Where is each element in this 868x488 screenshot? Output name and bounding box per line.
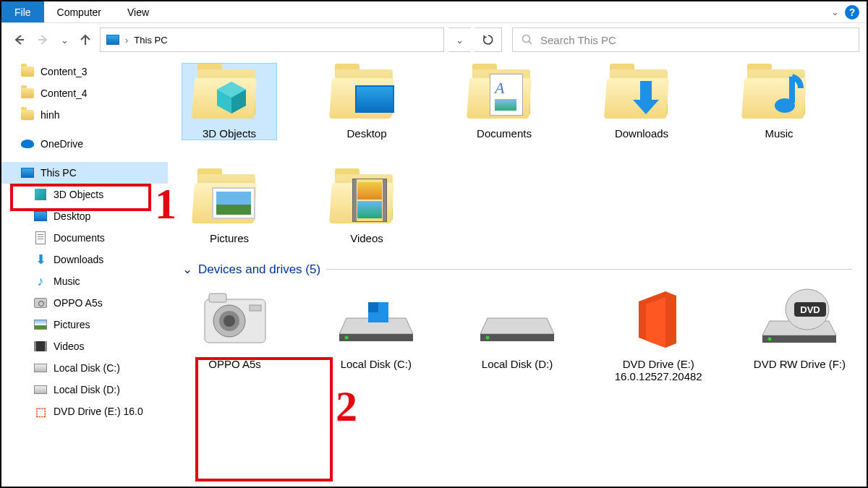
menu-view[interactable]: View — [114, 1, 162, 22]
disk-icon — [336, 287, 416, 352]
chevron-down-icon: ⌄ — [182, 262, 192, 277]
folders-grid: 3D Objects Desktop A Documents — [182, 64, 852, 244]
nav-forward-button[interactable] — [33, 30, 54, 50]
svg-marker-23 — [480, 334, 554, 341]
folder-tile-documents[interactable]: A Documents — [457, 64, 551, 140]
nav-up-button[interactable] — [75, 30, 95, 50]
divider — [326, 269, 852, 270]
arrow-right-icon — [36, 33, 51, 47]
sidebar-item-videos[interactable]: Videos — [1, 335, 168, 357]
drive-tile-dvd-drive-e[interactable]: DVD Drive (E:) 16.0.12527.20482 — [606, 287, 711, 382]
document-icon — [35, 231, 46, 244]
sidebar-item-label: hinh — [41, 109, 59, 121]
folder-tile-3d-objects[interactable]: 3D Objects — [182, 64, 276, 140]
sidebar-item-label: Music — [54, 275, 80, 287]
address-bar[interactable]: › This PC — [100, 27, 444, 52]
section-devices-header[interactable]: ⌄ Devices and drives (5) — [182, 262, 852, 277]
monitor-icon — [34, 211, 47, 221]
sidebar-item-content-3[interactable]: Content_3 — [1, 61, 168, 82]
folder-tile-pictures[interactable]: Pictures — [182, 168, 276, 244]
sidebar-item-label: Downloads — [54, 254, 103, 265]
nav-recent-button[interactable]: ⌄ — [58, 30, 71, 50]
monitor-icon — [21, 168, 34, 178]
svg-text:DVD: DVD — [801, 304, 820, 315]
drive-label: DVD RW Drive (F:) — [754, 358, 846, 370]
folder-tile-videos[interactable]: Videos — [320, 168, 414, 244]
sidebar-item-content-4[interactable]: Content_4 — [1, 82, 168, 104]
svg-marker-26 — [762, 335, 836, 343]
menu-file[interactable]: File — [1, 1, 44, 22]
address-dropdown-button[interactable]: ⌄ — [448, 27, 470, 52]
monitor-icon — [355, 85, 394, 113]
cube-icon — [213, 80, 250, 116]
svg-rect-8 — [640, 81, 652, 100]
sidebar-item-3d-objects[interactable]: 3D Objects — [1, 184, 168, 205]
music-icon: ♪ — [33, 275, 48, 288]
svg-marker-9 — [633, 100, 659, 114]
arrow-left-icon — [12, 33, 26, 47]
sidebar-item-local-disk-c[interactable]: Local Disk (C:) — [1, 357, 168, 379]
sidebar-item-documents[interactable]: Documents — [1, 227, 168, 249]
sidebar-item-desktop[interactable]: Desktop — [1, 205, 168, 227]
cloud-icon — [21, 140, 34, 148]
sidebar-item-oppo-a5s[interactable]: OPPO A5s — [1, 292, 168, 314]
sidebar-item-dvd-drive-e[interactable]: ⬚DVD Drive (E:) 16.0 — [1, 401, 168, 422]
sidebar-item-downloads[interactable]: ⬇Downloads — [1, 249, 168, 270]
folder-tile-downloads[interactable]: Downloads — [595, 64, 689, 140]
sidebar-item-this-pc[interactable]: This PC — [1, 162, 168, 184]
folder-large-icon — [331, 168, 403, 226]
folder-large-icon — [331, 64, 403, 121]
svg-rect-20 — [368, 302, 378, 312]
search-placeholder: Search This PC — [540, 34, 616, 46]
content-pane[interactable]: 3D Objects Desktop A Documents — [168, 56, 867, 487]
folder-large-icon — [743, 64, 815, 121]
sidebar-item-onedrive[interactable]: OneDrive — [1, 133, 168, 155]
sidebar-item-label: Content_3 — [41, 66, 88, 77]
refresh-icon — [482, 33, 495, 46]
sidebar-item-label: Pictures — [54, 319, 90, 330]
refresh-button[interactable] — [475, 27, 502, 52]
disk-icon — [477, 287, 557, 352]
office-icon: ⬚ — [33, 405, 48, 418]
drive-tile-local-disk-c[interactable]: Local Disk (C:) — [323, 287, 428, 382]
nav-back-button[interactable] — [9, 30, 29, 50]
folder-tile-desktop[interactable]: Desktop — [320, 64, 414, 140]
folder-tile-music[interactable]: Music — [732, 64, 826, 140]
svg-line-4 — [529, 41, 532, 44]
svg-point-31 — [768, 338, 772, 341]
dvd-drive-icon: DVD — [760, 287, 839, 352]
drive-label: Local Disk (C:) — [341, 358, 412, 370]
breadcrumb-location[interactable]: This PC — [134, 35, 167, 46]
drive-tile-dvd-rw-drive-f[interactable]: DVD DVD RW Drive (F:) — [747, 287, 852, 382]
help-icon[interactable]: ? — [845, 5, 859, 20]
drive-tile-local-disk-d[interactable]: Local Disk (D:) — [464, 287, 569, 382]
sidebar-item-label: DVD Drive (E:) 16.0 — [54, 406, 143, 417]
sidebar-item-hinh[interactable]: hinh — [1, 104, 168, 126]
monitor-icon — [106, 35, 119, 45]
sidebar-item-label: 3D Objects — [54, 189, 103, 200]
folder-large-icon — [605, 64, 678, 121]
menu-computer[interactable]: Computer — [44, 1, 114, 22]
svg-point-24 — [486, 336, 490, 340]
sidebar-item-music[interactable]: ♪Music — [1, 270, 168, 292]
folder-icon — [21, 110, 34, 120]
drive-tile-oppo-a5s[interactable]: OPPO A5s — [182, 287, 287, 382]
sidebar-item-label: This PC — [41, 167, 77, 179]
folder-label: 3D Objects — [203, 127, 256, 140]
folder-label: Pictures — [210, 232, 249, 244]
camera-icon — [34, 298, 47, 308]
download-icon: ⬇ — [33, 253, 48, 266]
search-input[interactable]: Search This PC — [512, 27, 859, 52]
ribbon-collapse-icon[interactable]: ⌄ — [831, 7, 839, 17]
sidebar-item-local-disk-d[interactable]: Local Disk (D:) — [1, 379, 168, 401]
folder-large-icon — [193, 168, 265, 226]
sidebar-item-pictures[interactable]: Pictures — [1, 314, 168, 335]
sidebar-item-label: Documents — [54, 232, 105, 244]
picture-icon — [34, 320, 47, 330]
svg-point-10 — [775, 98, 795, 113]
folder-large-icon: A — [468, 64, 540, 121]
camera-device-icon — [195, 287, 275, 352]
sidebar-item-label: Local Disk (C:) — [54, 362, 120, 374]
sidebar-tree[interactable]: Content_3 Content_4 hinh OneDrive This P… — [1, 56, 168, 487]
svg-rect-12 — [209, 294, 226, 302]
